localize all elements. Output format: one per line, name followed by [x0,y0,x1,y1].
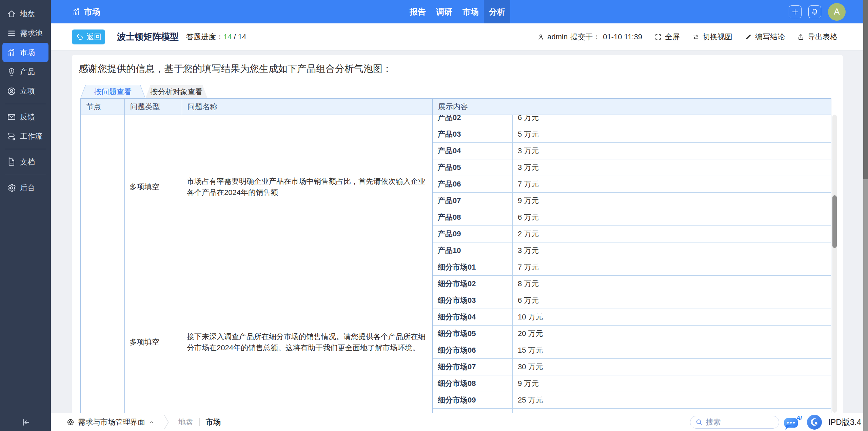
column-header: 节点 [81,99,125,115]
item-value: 9 万元 [513,378,539,389]
item-value: 6 万元 [513,212,539,222]
bulb-icon [7,67,16,77]
item-value: 3 万元 [513,146,539,156]
search-icon [695,418,703,426]
sidebar-item-label: 后台 [20,183,35,193]
sidebar-item-label: 反馈 [20,112,35,122]
table-scrollbar-thumb[interactable] [832,195,837,248]
sidebar-item-home[interactable]: 地盘 [2,4,48,23]
collapse-left-icon [21,418,30,427]
display-item-row: 产品053 万元 [433,159,831,176]
sidebar-collapse-button[interactable] [0,418,51,427]
item-name: 细分市场06 [433,342,513,358]
item-name: 细分市场02 [433,276,513,292]
item-name: 细分市场03 [433,292,513,309]
node-cell [81,115,125,259]
item-value: 7 万元 [513,179,539,189]
display-item-row-partial [433,409,831,413]
nav-item-market[interactable]: 市场 [457,0,484,23]
workflow-icon [7,132,16,141]
item-name: 细分市场07 [433,359,513,375]
item-value: 20 万元 [513,329,543,339]
pencil-icon [745,33,752,41]
workspace-switcher[interactable]: 需求与市场管理界面 [66,417,155,427]
export-table-button[interactable]: 导出表格 [797,32,837,42]
sidebar-item-workflow[interactable]: 工作流 [2,126,48,146]
item-name: 细分市场04 [433,309,513,325]
sidebar: 地盘需求池市场产品立项反馈工作流文档后台 [0,0,51,431]
search-input[interactable] [706,418,767,427]
switch-view-label: 切换视图 [703,32,732,42]
page-title: 波士顿矩阵模型 [117,31,179,43]
breadcrumb-parent[interactable]: 地盘 [178,417,193,427]
item-name: 细分市场01 [433,259,513,275]
item-value: 15 万元 [513,345,543,355]
write-conclusion-button[interactable]: 编写结论 [745,32,785,42]
breadcrumb-chevron-icon [163,414,170,430]
notifications-button[interactable] [808,5,821,18]
ai-assistant-button[interactable]: AI [784,415,802,429]
sidebar-item-label: 产品 [20,67,35,77]
display-item-row: 产品079 万元 [433,193,831,209]
nav-menu: 报告调研市场分析 [405,0,510,23]
plus-icon [791,8,799,16]
page-scrollbar-track[interactable] [863,0,868,431]
question-row: 多项填空接下来深入调查产品所在细分市场的销售情况。请您提供各个产品所在细分市场在… [81,259,831,413]
add-button[interactable] [789,5,802,18]
progress-separator: / [232,33,238,41]
export-icon [797,33,805,41]
item-name: 细分市场09 [433,392,513,408]
display-content-cell: 细分市场017 万元细分市场028 万元细分市场036 万元细分市场0410 万… [433,259,831,413]
sidebar-item-admin[interactable]: 后台 [2,178,48,197]
nav-brand: 市场 [72,0,100,23]
display-item-row: 产品035 万元 [433,126,831,143]
sidebar-item-pool[interactable]: 需求池 [2,23,48,43]
breadcrumb-divider [199,418,200,426]
question-table: 节点问题类型问题名称展示内容 多项填空市场占有率需要明确企业产品在市场中销售额占… [80,98,831,413]
sidebar-item-project[interactable]: 立项 [2,81,48,101]
sidebar-item-feedback[interactable]: 反馈 [2,107,48,126]
item-value: 6 万元 [513,115,539,123]
nav-item-research[interactable]: 调研 [431,0,457,23]
lifebuoy-icon [66,418,75,426]
avatar[interactable]: A [828,3,846,21]
avatar-letter: A [834,6,840,17]
nav-item-report[interactable]: 报告 [405,0,431,23]
user-circle-icon [7,86,16,96]
page-scrollbar-thumb[interactable] [863,0,868,179]
item-name: 细分市场05 [433,326,513,342]
item-value: 10 万元 [513,312,543,322]
display-item-row: 细分市场089 万元 [433,375,831,392]
item-value: 8 万元 [513,279,539,289]
tab-by-object[interactable]: 按分析对象查看 [145,85,208,98]
display-item-row: 产品026 万元 [433,115,831,126]
table-scrollbar-track[interactable] [832,115,837,413]
progress-text: 答题进度：14 / 14 [186,32,246,42]
workspace-label: 需求与市场管理界面 [78,417,145,427]
item-name: 产品05 [433,159,513,176]
fullscreen-icon [654,33,662,41]
sidebar-divider [5,149,46,149]
back-button[interactable]: 返回 [72,30,105,44]
doc-icon [7,157,16,167]
sidebar-item-product[interactable]: 产品 [2,62,48,81]
sidebar-item-docs[interactable]: 文档 [2,152,48,172]
item-name: 产品02 [433,115,513,126]
gear-icon [7,183,16,193]
display-item-list: 细分市场017 万元细分市场028 万元细分市场036 万元细分市场0410 万… [433,259,831,413]
fullscreen-button[interactable]: 全屏 [654,32,680,42]
switch-view-button[interactable]: 切换视图 [692,32,732,42]
person-icon [537,33,545,41]
sidebar-item-label: 市场 [20,47,35,58]
ai-label: AI [796,415,802,421]
display-item-row: 产品067 万元 [433,176,831,193]
tab-by-question[interactable]: 按问题查看 [80,85,145,98]
toolbar-right: admin 提交于： 01-10 11:39 全屏 切换视图 编写结论 导出表格 [537,32,837,42]
sidebar-item-market[interactable]: 市场 [2,43,48,62]
tab-by-object-label: 按分析对象查看 [151,87,203,96]
question-type-cell: 多项填空 [125,259,182,413]
display-item-list: 产品026 万元产品035 万元产品043 万元产品053 万元产品067 万元… [433,115,831,259]
nav-item-analysis[interactable]: 分析 [484,0,510,23]
progress-current: 14 [223,33,232,41]
breadcrumb-current: 市场 [206,417,221,427]
